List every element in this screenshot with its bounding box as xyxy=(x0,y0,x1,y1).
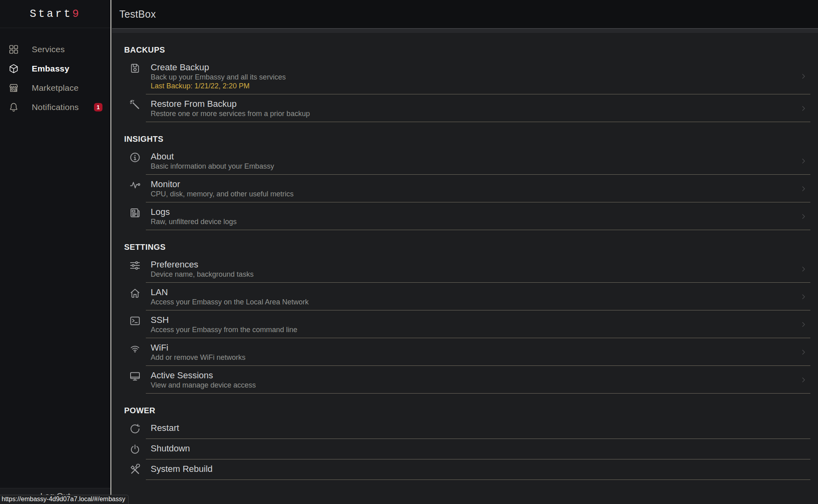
list-item-title: WiFi xyxy=(151,342,245,353)
list-item-subtitle: Access your Embassy on the Local Area Ne… xyxy=(151,298,309,306)
list-item-title: Active Sessions xyxy=(151,370,256,381)
list-item-title: SSH xyxy=(151,314,297,325)
chevron-right-icon xyxy=(800,157,808,165)
list-item-title: About xyxy=(151,151,274,162)
desktop-icon xyxy=(129,370,141,382)
list-item[interactable]: AboutBasic information about your Embass… xyxy=(124,147,818,175)
list-item-text: AboutBasic information about your Embass… xyxy=(151,151,274,171)
list-item[interactable]: Shutdown xyxy=(124,439,818,459)
last-backup-note: Last Backup: 1/21/22, 2:20 PM xyxy=(151,82,286,90)
sidebar-item-label: Services xyxy=(32,45,65,54)
list-item[interactable]: LogsRaw, unfiltered device logs xyxy=(124,202,818,230)
chevron-right-icon xyxy=(800,348,808,356)
main-pane: TestBox BACKUPSCreate BackupBack up your… xyxy=(112,0,818,504)
newspaper-icon xyxy=(129,207,141,219)
chevron-right-icon xyxy=(800,212,808,220)
power-icon xyxy=(129,443,141,455)
list-item-title: Create Backup xyxy=(151,62,286,73)
list-item-text: MonitorCPU, disk, memory, and other usef… xyxy=(151,179,294,198)
cube-icon xyxy=(8,63,19,74)
list-item-text: PreferencesDevice name, background tasks xyxy=(151,259,254,279)
options-icon xyxy=(129,259,141,271)
brand-logo-accent: 9 xyxy=(72,8,81,20)
sidebar-item-embassy[interactable]: Embassy xyxy=(0,59,110,78)
list-item-subtitle: Raw, unfiltered device logs xyxy=(151,217,237,226)
sidebar-item-label: Notifications xyxy=(32,102,79,112)
list-item[interactable]: Active SessionsView and manage device ac… xyxy=(124,366,818,394)
chevron-right-icon xyxy=(800,104,808,112)
sidebar-item-label: Marketplace xyxy=(32,83,79,93)
list-item-text: Shutdown xyxy=(151,443,190,454)
list-item-subtitle: Back up your Embassy and all its service… xyxy=(151,73,286,82)
chevron-right-icon xyxy=(800,265,808,273)
terminal-icon xyxy=(129,315,141,327)
list-item-subtitle: Add or remove WiFi networks xyxy=(151,353,245,362)
chevron-right-icon xyxy=(800,376,808,384)
list-item-title: LAN xyxy=(151,287,309,298)
chevron-right-icon xyxy=(800,320,808,329)
sidebar-item-services[interactable]: Services xyxy=(0,40,110,59)
list-item[interactable]: WiFiAdd or remove WiFi networks xyxy=(124,338,818,366)
chevron-right-icon xyxy=(800,185,808,193)
list-item-title: System Rebuild xyxy=(151,463,213,474)
app-window: Start9 ServicesEmbassyMarketplaceNotific… xyxy=(0,0,818,504)
sidebar: Start9 ServicesEmbassyMarketplaceNotific… xyxy=(0,0,111,504)
section-title: INSIGHTS xyxy=(124,134,818,144)
list-item-subtitle: Access your Embassy from the command lin… xyxy=(151,325,297,334)
list-item-text: System Rebuild xyxy=(151,463,213,474)
page-title: TestBox xyxy=(112,8,156,20)
list-item-title: Restore From Backup xyxy=(151,98,310,109)
list-item-text: Active SessionsView and manage device ac… xyxy=(151,370,256,390)
list-item-text: LANAccess your Embassy on the Local Area… xyxy=(151,287,309,306)
list-item-subtitle: View and manage device access xyxy=(151,381,256,390)
home-icon xyxy=(129,287,141,299)
status-url-tooltip: https://embassy-4d9d07a7.local/#/embassy xyxy=(0,495,129,504)
brand-logo-text: Start xyxy=(30,8,72,20)
chevron-right-icon xyxy=(800,72,808,80)
list-item-subtitle: Restore one or more services from a prio… xyxy=(151,109,310,118)
list-item-subtitle: Device name, background tasks xyxy=(151,270,254,279)
list-item-text: SSHAccess your Embassy from the command … xyxy=(151,314,297,334)
grid-icon xyxy=(8,44,19,55)
brand-logo: Start9 xyxy=(0,0,110,28)
list-item-text: Restore From BackupRestore one or more s… xyxy=(151,98,310,118)
sidebar-item-marketplace[interactable]: Marketplace xyxy=(0,78,110,98)
reload-icon xyxy=(129,423,141,435)
list-item-text: Restart xyxy=(151,422,179,433)
list-item-title: Monitor xyxy=(151,179,294,190)
list-item-subtitle: Basic information about your Embassy xyxy=(151,162,274,171)
sidebar-item-label: Embassy xyxy=(32,64,70,73)
content-list: BACKUPSCreate BackupBack up your Embassy… xyxy=(112,45,818,480)
storefront-icon xyxy=(8,83,19,93)
main-header: TestBox xyxy=(112,0,818,28)
list-item[interactable]: PreferencesDevice name, background tasks xyxy=(124,255,818,283)
list-item-title: Shutdown xyxy=(151,443,190,454)
list-item-title: Preferences xyxy=(151,259,254,270)
list-item[interactable]: Create BackupBack up your Embassy and al… xyxy=(124,58,818,94)
list-item[interactable]: MonitorCPU, disk, memory, and other usef… xyxy=(124,175,818,202)
list-item[interactable]: LANAccess your Embassy on the Local Area… xyxy=(124,283,818,310)
bell-icon xyxy=(8,102,19,112)
sidebar-menu: ServicesEmbassyMarketplaceNotifications1 xyxy=(0,40,110,117)
list-item-text: LogsRaw, unfiltered device logs xyxy=(151,206,237,226)
list-item-title: Restart xyxy=(151,422,179,433)
section-title: POWER xyxy=(124,406,818,415)
list-item[interactable]: Restore From BackupRestore one or more s… xyxy=(124,94,818,122)
save-icon xyxy=(129,62,141,74)
chevron-right-icon xyxy=(800,293,808,301)
list-item[interactable]: Restart xyxy=(124,418,818,439)
notification-badge: 1 xyxy=(94,103,102,112)
sidebar-item-notifications[interactable]: Notifications1 xyxy=(0,98,110,117)
info-icon xyxy=(129,151,141,163)
section-title: BACKUPS xyxy=(124,45,818,55)
pulse-icon xyxy=(129,179,141,191)
list-item[interactable]: SSHAccess your Embassy from the command … xyxy=(124,310,818,338)
list-item[interactable]: System Rebuild xyxy=(124,459,818,480)
wand-icon xyxy=(129,99,141,111)
section-title: SETTINGS xyxy=(124,242,818,252)
list-item-text: WiFiAdd or remove WiFi networks xyxy=(151,342,245,362)
list-item-title: Logs xyxy=(151,206,237,217)
construct-icon xyxy=(129,464,141,476)
list-item-subtitle: CPU, disk, memory, and other useful metr… xyxy=(151,190,294,198)
header-divider xyxy=(112,28,818,33)
